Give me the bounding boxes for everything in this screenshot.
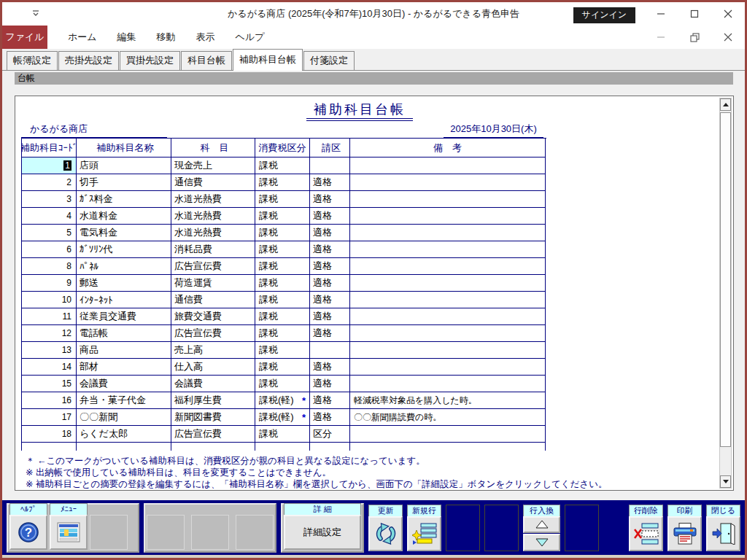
- cell-code[interactable]: 11: [22, 308, 77, 325]
- cell-tax[interactable]: 課税: [255, 174, 310, 191]
- table-row[interactable]: 4水道料金水道光熱費課税適格: [22, 208, 546, 225]
- cell-code[interactable]: 15: [22, 376, 77, 392]
- cell-code[interactable]: 4: [22, 208, 77, 225]
- cell-invoice[interactable]: 適格: [310, 409, 350, 426]
- cell-invoice[interactable]: 適格: [310, 275, 350, 292]
- cell-remark[interactable]: [350, 342, 546, 359]
- cell-name[interactable]: 店頭: [77, 158, 171, 174]
- cell-tax[interactable]: 課税: [255, 308, 310, 325]
- cell-remark[interactable]: 軽減税率対象品を購入した時。: [350, 392, 546, 409]
- cell-tax[interactable]: 課税: [255, 325, 310, 342]
- cell-invoice[interactable]: 適格: [310, 191, 350, 208]
- cell-account[interactable]: 新聞図書費: [171, 409, 255, 426]
- cell-tax[interactable]: 課税: [255, 275, 310, 292]
- cell-remark[interactable]: [350, 258, 546, 275]
- table-row[interactable]: 17〇〇新聞新聞図書費課税(軽)*適格〇〇新聞購読費の時。: [22, 409, 546, 426]
- menu-item-表示[interactable]: 表示: [186, 26, 225, 49]
- print-button[interactable]: 印刷: [667, 505, 702, 551]
- cell-invoice[interactable]: 区分: [310, 426, 350, 443]
- table-row[interactable]: 18らくだ太郎広告宣伝費課税区分: [22, 426, 546, 443]
- cell-invoice[interactable]: 適格: [310, 292, 350, 308]
- cell-code[interactable]: 5: [22, 225, 77, 241]
- tab-付箋設定[interactable]: 付箋設定: [303, 51, 355, 70]
- cell-tax[interactable]: 課税: [255, 342, 310, 359]
- cell-invoice[interactable]: 適格: [310, 359, 350, 376]
- tab-帳簿設定[interactable]: 帳簿設定: [7, 51, 58, 70]
- cell-tax[interactable]: 課税: [255, 258, 310, 275]
- cell-account[interactable]: 広告宣伝費: [171, 258, 255, 275]
- cell-account[interactable]: 水道光熱費: [171, 191, 255, 208]
- cell-name[interactable]: ｲﾝﾀｰﾈｯﾄ: [77, 292, 171, 308]
- cell-name[interactable]: ｶﾞｽ料金: [77, 191, 171, 208]
- cell-invoice[interactable]: 適格: [310, 258, 350, 275]
- cell-tax[interactable]: 課税(軽)*: [255, 392, 310, 409]
- tab-科目台帳[interactable]: 科目台帳: [181, 51, 232, 70]
- signin-button[interactable]: サインイン: [573, 7, 635, 23]
- cell-tax[interactable]: 課税: [255, 158, 310, 174]
- row-up-button[interactable]: [523, 516, 560, 534]
- cell-tax[interactable]: 課税: [255, 225, 310, 241]
- inner-minimize-button[interactable]: [644, 26, 678, 49]
- cell-tax[interactable]: 課税: [255, 359, 310, 376]
- minimize-button[interactable]: [644, 2, 678, 26]
- table-row[interactable]: 6ｶﾞｿﾘﾝ代消耗品費課税適格: [22, 241, 546, 258]
- cell-account[interactable]: 広告宣伝費: [171, 325, 255, 342]
- inner-restore-button[interactable]: [678, 26, 711, 49]
- cell-name[interactable]: 電話帳: [77, 325, 171, 342]
- cell-name[interactable]: 〇〇新聞: [77, 409, 171, 426]
- scroll-up-button[interactable]: [720, 98, 731, 111]
- cell-account[interactable]: 売上高: [171, 342, 255, 359]
- table-row[interactable]: 14部材仕入高課税適格: [22, 359, 546, 376]
- cell-name[interactable]: 部材: [77, 359, 171, 376]
- cell-name[interactable]: らくだ太郎: [77, 426, 171, 443]
- cell-tax[interactable]: 課税: [255, 208, 310, 225]
- cell-name[interactable]: 切手: [77, 174, 171, 191]
- cell-code[interactable]: 9: [22, 275, 77, 292]
- table-row[interactable]: 3ｶﾞｽ料金水道光熱費課税適格: [22, 191, 546, 208]
- cell-code[interactable]: 2: [22, 174, 77, 191]
- cell-remark[interactable]: [350, 376, 546, 392]
- cell-invoice[interactable]: [310, 342, 350, 359]
- cell-code[interactable]: 12: [22, 325, 77, 342]
- close-screen-button[interactable]: 閉じる: [706, 505, 740, 551]
- cell-name[interactable]: ｶﾞｿﾘﾝ代: [77, 241, 171, 258]
- cell-code[interactable]: 16: [22, 392, 77, 409]
- cell-name[interactable]: ﾊﾟﾈﾙ: [77, 258, 171, 275]
- inner-close-button[interactable]: [711, 26, 745, 49]
- cell-tax[interactable]: 課税: [255, 376, 310, 392]
- table-row[interactable]: 16弁当・菓子代金福利厚生費課税(軽)*適格軽減税率対象品を購入した時。: [22, 392, 546, 409]
- cell-code[interactable]: 14: [22, 359, 77, 376]
- cell-remark[interactable]: [350, 325, 546, 342]
- cell-remark[interactable]: [350, 208, 546, 225]
- cell-tax[interactable]: 課税: [255, 426, 310, 443]
- scrollbar-thumb[interactable]: [720, 112, 731, 447]
- cell-name[interactable]: 郵送: [77, 275, 171, 292]
- cell-tax[interactable]: 課税: [255, 292, 310, 308]
- quick-access-chevron-icon[interactable]: [30, 9, 42, 19]
- cell-account[interactable]: 会議費: [171, 376, 255, 392]
- cell-account[interactable]: 福利厚生費: [171, 392, 255, 409]
- cell-invoice[interactable]: 適格: [310, 225, 350, 241]
- cell-code[interactable]: 6: [22, 241, 77, 258]
- cell-account[interactable]: 水道光熱費: [171, 208, 255, 225]
- table-row[interactable]: 1店頭現金売上課税: [22, 158, 546, 174]
- cell-account[interactable]: 水道光熱費: [171, 225, 255, 241]
- help-button[interactable]: ﾍﾙﾌﾟ ?: [9, 503, 47, 550]
- cell-code[interactable]: 1: [22, 158, 77, 174]
- update-button[interactable]: 更新: [368, 505, 403, 551]
- cell-account[interactable]: 荷造運賃: [171, 275, 255, 292]
- cell-remark[interactable]: [350, 158, 546, 174]
- table-row[interactable]: 9郵送荷造運賃課税適格: [22, 275, 546, 292]
- cell-code[interactable]: 18: [22, 426, 77, 443]
- cell-account[interactable]: 旅費交通費: [171, 308, 255, 325]
- cell-tax[interactable]: 課税: [255, 241, 310, 258]
- menu-item-編集[interactable]: 編集: [107, 26, 147, 49]
- cell-remark[interactable]: [350, 426, 546, 443]
- cell-remark[interactable]: [350, 191, 546, 208]
- cell-code[interactable]: 13: [22, 342, 77, 359]
- row-delete-button[interactable]: 行削除: [629, 505, 663, 551]
- cell-account[interactable]: 広告宣伝費: [171, 426, 255, 443]
- cell-invoice[interactable]: [310, 158, 350, 174]
- cell-account[interactable]: 現金売上: [171, 158, 255, 174]
- cell-invoice[interactable]: 適格: [310, 392, 350, 409]
